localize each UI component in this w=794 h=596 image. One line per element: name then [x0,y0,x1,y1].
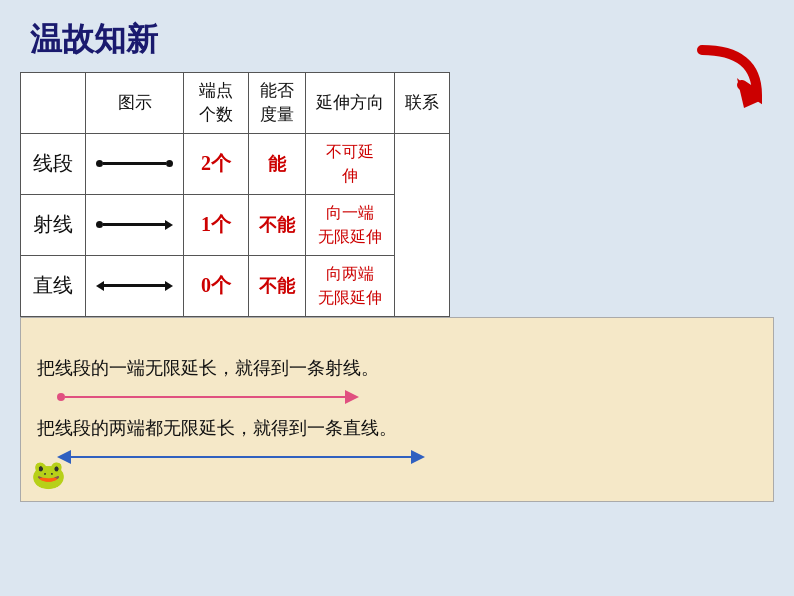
line-arrow-left [96,281,104,291]
table-header-row: 图示 端点个数 能否度量 延伸方向 联系 [21,73,450,134]
bottom-text-line1: 把线段的一端无限延长，就得到一条射线。 [37,356,757,380]
ray-line [103,223,165,226]
blue-arrow-right [411,450,425,464]
line-illustration [57,450,757,464]
endpoints-line: 0个 [184,255,249,316]
dot-left [96,160,103,167]
extend-line: 向两端无限延伸 [306,255,395,316]
pink-arrow-head [345,390,359,404]
bottom-image-area: 把线段的一端无限延长，就得到一条射线。 把线段的两端都无限延长，就得到一条直线。… [20,317,774,502]
review-table: 图示 端点个数 能否度量 延伸方向 联系 线段 2个 能 不可延伸 射线 [20,72,450,317]
page-title: 温故知新 [0,0,794,72]
link-cell [395,133,450,316]
big-red-arrow-icon [682,40,772,125]
diagram-line [86,255,184,316]
col-endpoints: 端点个数 [184,73,249,134]
col-measurable: 能否度量 [249,73,306,134]
measurable-ray: 不能 [249,194,306,255]
endpoints-segment: 2个 [184,133,249,194]
bottom-text-line2: 把线段的两端都无限延长，就得到一条直线。 [37,416,757,440]
pink-ray-line [65,396,345,398]
extend-ray: 向一端无限延伸 [306,194,395,255]
pink-dot-1 [57,393,65,401]
straight-line [104,284,165,287]
diagram-segment [86,133,184,194]
dot-right [166,160,173,167]
label-ray: 射线 [21,194,86,255]
label-segment: 线段 [21,133,86,194]
measurable-segment: 能 [249,133,306,194]
table-row-line: 直线 0个 不能 向两端无限延伸 [21,255,450,316]
frog-decoration: 🐸 [31,458,66,491]
col-link: 联系 [395,73,450,134]
dot-ray-start [96,221,103,228]
endpoints-ray: 1个 [184,194,249,255]
line-arrow-right [165,281,173,291]
ray-illustration [57,390,757,404]
table-row-ray: 射线 1个 不能 向一端无限延伸 [21,194,450,255]
measurable-line: 不能 [249,255,306,316]
ray-arrow [165,220,173,230]
segment-line [103,162,166,165]
blue-line [71,456,411,458]
col-extend: 延伸方向 [306,73,395,134]
table-row-segment: 线段 2个 能 不可延伸 [21,133,450,194]
label-line: 直线 [21,255,86,316]
col-diagram: 图示 [86,73,184,134]
extend-segment: 不可延伸 [306,133,395,194]
diagram-ray [86,194,184,255]
